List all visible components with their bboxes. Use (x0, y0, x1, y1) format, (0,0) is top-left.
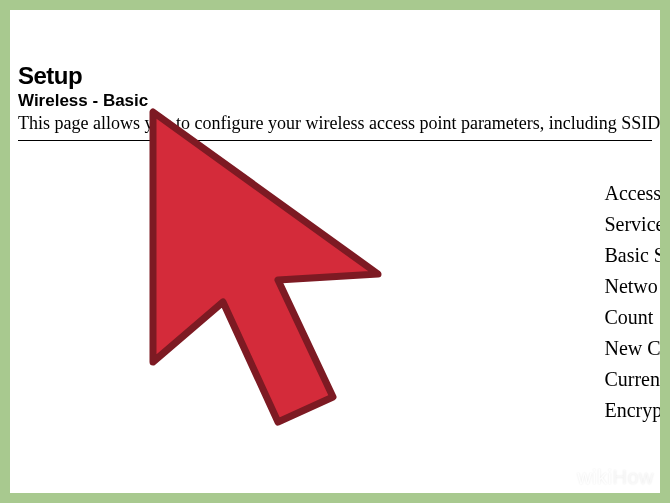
settings-list: Access Service Basic S Netwo Count New C… (604, 178, 660, 426)
list-item[interactable]: New C (604, 333, 660, 364)
page-description: This page allows you to configure your w… (18, 113, 652, 134)
list-item[interactable]: Basic S (604, 240, 660, 271)
watermark: wikiHow (577, 466, 654, 489)
page-header: Setup Wireless - Basic This page allows … (10, 10, 660, 147)
list-item[interactable]: Encryp (604, 395, 660, 426)
page-subtitle: Wireless - Basic (18, 91, 652, 111)
list-item[interactable]: Access (604, 178, 660, 209)
page-panel: Setup Wireless - Basic This page allows … (10, 10, 660, 493)
list-item[interactable]: Count (604, 302, 660, 333)
list-item[interactable]: Service (604, 209, 660, 240)
list-item[interactable]: Netwo (604, 271, 660, 302)
header-divider (18, 140, 652, 141)
watermark-suffix: How (612, 466, 654, 488)
list-item[interactable]: Curren (604, 364, 660, 395)
page-title: Setup (18, 62, 652, 90)
watermark-prefix: wiki (577, 466, 612, 488)
